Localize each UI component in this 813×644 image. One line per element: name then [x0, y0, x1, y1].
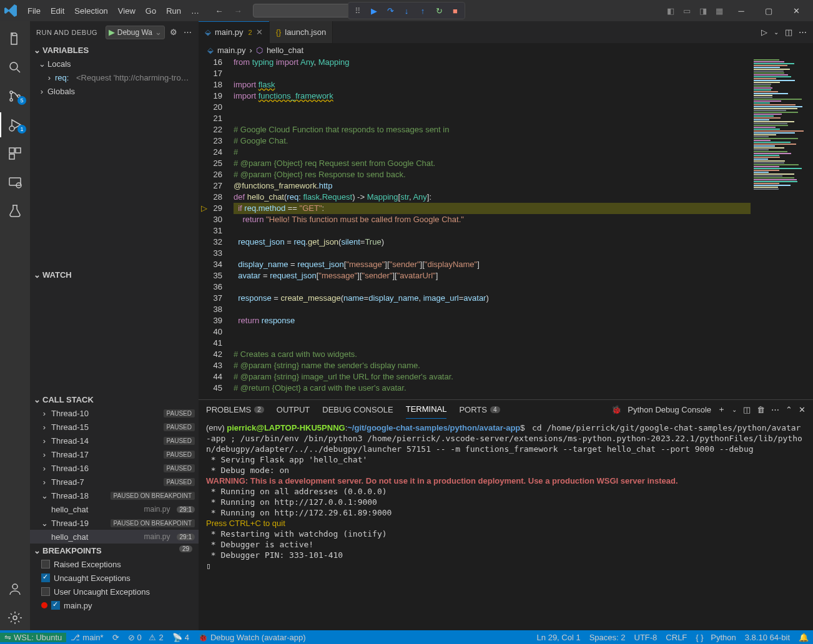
- menu-edit[interactable]: Edit: [46, 4, 69, 18]
- svg-point-11: [13, 616, 17, 620]
- indentation[interactable]: Spaces: 2: [585, 633, 630, 642]
- thread-row[interactable]: ›Thread-17PAUSED: [30, 447, 199, 461]
- close-button[interactable]: ✕: [783, 1, 809, 20]
- panel-tab-ports[interactable]: PORTS4: [459, 400, 500, 419]
- json-file-icon: {}: [276, 27, 282, 37]
- thread-row[interactable]: ⌄Thread-19PAUSED ON BREAKPOINT: [30, 516, 199, 530]
- menu-selection[interactable]: Selection: [69, 4, 112, 18]
- bp-uncaught-exceptions[interactable]: Uncaught Exceptions: [30, 571, 199, 585]
- close-panel-icon[interactable]: ✕: [799, 405, 806, 414]
- panel-tab-terminal[interactable]: TERMINAL: [406, 400, 447, 419]
- section-variables[interactable]: ⌄VARIABLES: [30, 43, 199, 57]
- explorer-icon[interactable]: [0, 26, 30, 51]
- drag-handle-icon[interactable]: ⠿: [351, 4, 365, 17]
- git-sync[interactable]: ⟳: [108, 633, 124, 642]
- maximize-button[interactable]: ▢: [756, 1, 782, 20]
- terminal-content[interactable]: (env) pierrick@LAPTOP-HKU5PNNG:~/git/goo…: [199, 419, 813, 630]
- panel-tab-problems[interactable]: PROBLEMS2: [206, 400, 264, 419]
- continue-icon[interactable]: ▶: [367, 4, 381, 17]
- thread-row[interactable]: ›Thread-10PAUSED: [30, 406, 199, 420]
- tab-mainpy[interactable]: ⬙ main.py 2 ✕: [199, 21, 270, 43]
- cursor-position[interactable]: Ln 29, Col 1: [533, 633, 585, 642]
- stop-icon[interactable]: ■: [448, 4, 462, 17]
- more-icon[interactable]: ⋯: [182, 27, 192, 37]
- chevron-down-icon[interactable]: ⌄: [732, 406, 737, 413]
- run-file-icon[interactable]: ▷: [761, 27, 767, 37]
- stack-frame[interactable]: hello_chatmain.py29:1: [30, 530, 199, 544]
- python-interpreter[interactable]: 3.8.10 64-bit: [741, 633, 794, 642]
- start-debug-icon[interactable]: ▶: [109, 27, 115, 37]
- step-out-icon[interactable]: ↑: [416, 4, 430, 17]
- panel-tab-debug-console[interactable]: DEBUG CONSOLE: [322, 400, 393, 419]
- debug-settings-gear-icon[interactable]: ⚙: [169, 27, 179, 37]
- thread-row[interactable]: ›Thread-7PAUSED: [30, 475, 199, 489]
- remote-indicator[interactable]: ⇋WSL: Ubuntu: [0, 633, 66, 642]
- split-editor-icon[interactable]: ◫: [785, 27, 792, 37]
- maximize-panel-icon[interactable]: ⌃: [786, 405, 792, 414]
- section-callstack[interactable]: ⌄CALL STACK: [30, 393, 199, 406]
- tab-bar: ⬙ main.py 2 ✕ {} launch.json ▷ ⌄ ◫ ⋯: [199, 21, 813, 43]
- close-tab-icon[interactable]: ✕: [256, 27, 263, 37]
- problems-status[interactable]: ⊘0 ⚠2: [124, 633, 168, 642]
- panel-tab-output[interactable]: OUTPUT: [277, 400, 310, 419]
- breadcrumb[interactable]: ⬙ main.py › ⬡ hello_chat: [199, 43, 813, 57]
- menu-view[interactable]: View: [113, 4, 140, 18]
- debug-toolbar: ⠿ ▶ ↷ ↓ ↑ ↻ ■: [348, 2, 465, 19]
- debug-alt-icon: 🐞: [198, 633, 208, 642]
- layout-panel-icon[interactable]: ▭: [679, 3, 694, 18]
- svg-point-10: [12, 584, 17, 589]
- menu-go[interactable]: Go: [140, 4, 161, 18]
- more-actions-icon[interactable]: ⋯: [799, 27, 807, 37]
- ports-forwarded[interactable]: 📡4: [168, 633, 194, 642]
- layout-secondary-icon[interactable]: ◨: [696, 3, 711, 18]
- extensions-icon[interactable]: [0, 141, 30, 166]
- tab-launchjson[interactable]: {} launch.json: [270, 21, 333, 43]
- thread-row[interactable]: ⌄Thread-18PAUSED ON BREAKPOINT: [30, 489, 199, 502]
- run-debug-icon[interactable]: 1: [0, 112, 30, 137]
- language-mode[interactable]: { } Python: [691, 633, 740, 642]
- remote-explorer-icon[interactable]: [0, 170, 30, 195]
- thread-row[interactable]: ›Thread-15PAUSED: [30, 420, 199, 434]
- stack-frame[interactable]: hello_chatmain.py29:1: [30, 502, 199, 516]
- step-over-icon[interactable]: ↷: [383, 4, 397, 17]
- bp-user-uncaught-exceptions[interactable]: User Uncaught Exceptions: [30, 585, 199, 598]
- restart-icon[interactable]: ↻: [432, 4, 446, 17]
- thread-row[interactable]: ›Thread-16PAUSED: [30, 461, 199, 475]
- terminal-profile[interactable]: Python Debug Console: [628, 405, 711, 414]
- menu-more[interactable]: …: [186, 4, 204, 18]
- git-branch[interactable]: ⎇main*: [66, 633, 107, 642]
- testing-icon[interactable]: [0, 198, 30, 223]
- section-watch[interactable]: ⌄WATCH: [30, 268, 199, 281]
- nav-back-icon[interactable]: ←: [214, 6, 224, 16]
- more-icon[interactable]: ⋯: [771, 405, 779, 414]
- menu-file[interactable]: File: [22, 4, 46, 18]
- step-into-icon[interactable]: ↓: [400, 4, 413, 17]
- bp-file-mainpy[interactable]: main.py29: [30, 598, 199, 612]
- bp-raised-exceptions[interactable]: Raised Exceptions: [30, 557, 199, 571]
- accounts-icon[interactable]: [0, 577, 30, 602]
- split-terminal-icon[interactable]: ◫: [743, 405, 751, 414]
- nav-fwd-icon[interactable]: →: [233, 6, 243, 16]
- debug-session[interactable]: 🐞Debug Watch (avatar-app): [194, 633, 310, 642]
- scope-locals[interactable]: ⌄Locals: [30, 57, 199, 71]
- eol[interactable]: CRLF: [661, 633, 691, 642]
- layout-primary-icon[interactable]: ◧: [663, 3, 678, 18]
- debug-config-selector[interactable]: ▶ Debug Wa ⌄: [106, 26, 165, 39]
- encoding[interactable]: UTF-8: [630, 633, 662, 642]
- scope-globals[interactable]: ›Globals: [30, 84, 199, 98]
- search-icon[interactable]: [0, 55, 30, 80]
- kill-terminal-icon[interactable]: 🗑: [757, 405, 765, 414]
- var-req[interactable]: ›req: <Request 'http://charming-tro…: [30, 71, 199, 84]
- menu-run[interactable]: Run: [161, 4, 186, 18]
- section-breakpoints[interactable]: ⌄BREAKPOINTS: [30, 544, 199, 557]
- code-editor[interactable]: 1617181920212223242526272829303132333435…: [199, 57, 813, 399]
- new-terminal-icon[interactable]: ＋: [717, 404, 726, 415]
- chevron-down-icon[interactable]: ⌄: [774, 29, 779, 36]
- layout-customize-icon[interactable]: ▦: [712, 3, 727, 18]
- notifications-icon[interactable]: 🔔: [794, 633, 813, 642]
- minimize-button[interactable]: ─: [728, 1, 754, 20]
- scm-icon[interactable]: 5: [0, 84, 30, 109]
- thread-row[interactable]: ›Thread-14PAUSED: [30, 434, 199, 447]
- minimap[interactable]: [751, 57, 813, 399]
- settings-gear-icon[interactable]: [0, 605, 30, 630]
